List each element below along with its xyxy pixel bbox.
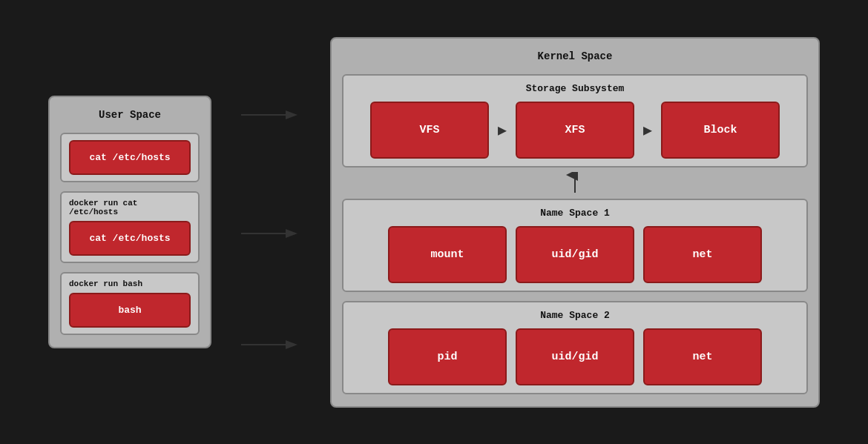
storage-subsystem: Storage Subsystem VFS ▶ XFS ▶ Block [342, 74, 808, 168]
namespace1-boxes-row: mount uid/gid net [352, 226, 798, 283]
user-space-label: User Space [60, 109, 200, 121]
namespace2-subsystem: Name Space 2 pid uid/gid net [342, 301, 808, 394]
red-box-cat2: cat /etc/hosts [69, 221, 191, 256]
namespace1-subsystem: Name Space 1 mount uid/gid net [342, 199, 808, 292]
namespace1-label: Name Space 1 [352, 208, 798, 219]
up-arrow-svg [564, 172, 586, 194]
vfs-box: VFS [370, 102, 489, 159]
red-box-bash: bash [69, 293, 191, 328]
namespace2-boxes-row: pid uid/gid net [352, 328, 798, 385]
xfs-box: XFS [516, 102, 634, 159]
net-box-ns2: net [643, 328, 762, 385]
uidgid-box-ns1: uid/gid [516, 226, 634, 283]
process-box-3: docker run bash bash [60, 272, 200, 335]
kernel-space-panel: Kernel Space Storage Subsystem VFS ▶ XFS… [330, 37, 820, 408]
process-box-2: docker run cat /etc/hosts cat /etc/hosts [60, 191, 200, 263]
pid-box: pid [388, 328, 507, 385]
red-box-cat1: cat /etc/hosts [69, 140, 191, 175]
diagram: User Space cat /etc/hosts docker run cat… [33, 19, 835, 426]
connector-svg [241, 56, 300, 411]
user-space-panel: User Space cat /etc/hosts docker run cat… [48, 96, 211, 348]
arrow-xfs-block: ▶ [643, 121, 652, 139]
process-box-1: cat /etc/hosts [60, 133, 200, 182]
storage-label: Storage Subsystem [352, 83, 798, 94]
process-label-2: docker run cat /etc/hosts [69, 199, 191, 216]
kernel-space-label: Kernel Space [342, 50, 808, 62]
namespace2-label: Name Space 2 [352, 310, 798, 321]
process-label-3: docker run bash [69, 279, 191, 288]
mount-box: mount [388, 226, 507, 283]
uidgid-box-ns2: uid/gid [516, 328, 634, 385]
net-box-ns1: net [643, 226, 762, 283]
block-box: Block [661, 102, 780, 159]
arrow-vfs-xfs: ▶ [498, 121, 507, 139]
storage-boxes-row: VFS ▶ XFS ▶ Block [352, 102, 798, 159]
